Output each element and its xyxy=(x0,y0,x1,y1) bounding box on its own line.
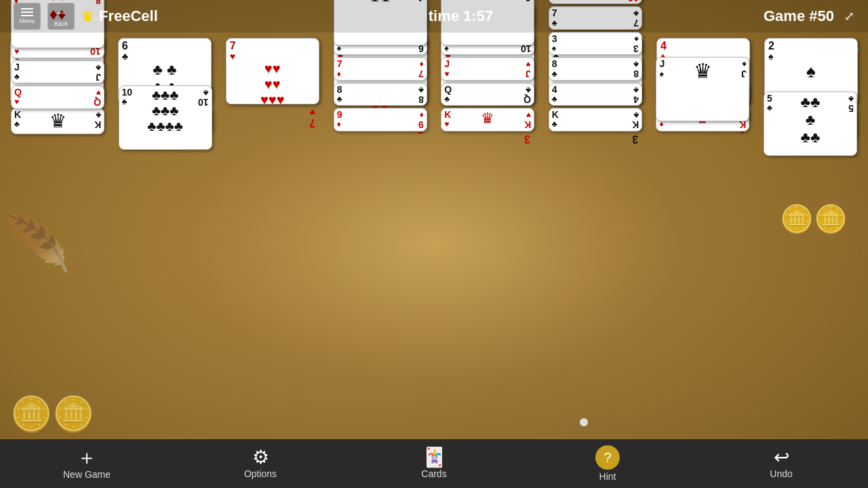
card-5-clubs[interactable]: 5♣ ♣♣♣♣♣ 5♣ xyxy=(764,92,857,156)
columns-area: K♣ ♛ K♣ Q♥ Q♥ J♣ J♣ 10♥ 10♥ 9♠ 9♠ 8♦ xyxy=(0,104,868,456)
card-j-clubs-1[interactable]: J♣ J♣ xyxy=(11,60,104,84)
card-9-diamonds[interactable]: 9♦ 9♦ xyxy=(334,108,427,131)
cards-label: Cards xyxy=(421,468,446,479)
timer-value: 1:57 xyxy=(463,7,493,24)
card-j-hearts[interactable]: J♥ J♥ xyxy=(441,57,534,81)
game-title: ♛ FreeCell xyxy=(81,7,158,25)
top-bar: Menu ← Back ♛ FreeCell time 1:57 Game #5… xyxy=(0,0,868,33)
card-k-hearts[interactable]: K♥ ♛ K♥ xyxy=(441,108,534,131)
undo-label: Undo xyxy=(770,468,792,479)
play-column-4: 9♦ 9♦ 8♣ 8♣ 7♦ 7♦ 6♠ 6♠ 5♦ 5♦ 4♠ ♠♠ xyxy=(333,108,428,456)
toolbar: ＋ New Game ⚙ Options 🃏 Cards ? Hint ↩ Un… xyxy=(0,439,868,488)
new-game-icon: ＋ xyxy=(77,447,97,468)
card-8-clubs-2[interactable]: 8♣ 8♣ xyxy=(549,57,642,81)
card-7-diamonds[interactable]: 7♦ 7♦ xyxy=(334,57,427,81)
hint-button[interactable]: ? Hint xyxy=(574,445,642,482)
top-card-3[interactable]: 7 ♥ ♥♥♥♥♥♥♥ 7 ♥ xyxy=(226,38,319,104)
card-8-clubs[interactable]: 8♣ 8♣ xyxy=(334,83,427,106)
timer-display: time 1:57 xyxy=(429,7,493,25)
top-left-controls: Menu ← Back ♛ FreeCell xyxy=(14,3,158,30)
card-q-clubs[interactable]: Q♣ Q♣ xyxy=(441,83,534,106)
menu-icon xyxy=(21,8,33,16)
hint-icon: ? xyxy=(595,445,620,470)
cards-icon: 🃏 xyxy=(422,448,446,467)
new-game-button[interactable]: ＋ New Game xyxy=(53,447,121,480)
options-icon: ⚙ xyxy=(252,448,269,467)
play-column-8: 6♥ ♥♥♥♥ 6♥ 5♣ ♣♣♣♣♣ 5♣ xyxy=(763,108,858,456)
new-game-label: New Game xyxy=(63,469,111,480)
card-j-spades[interactable]: J♠ ♛ J♠ xyxy=(656,57,749,121)
game-label: Game xyxy=(764,7,805,24)
game-number: Game #50 xyxy=(764,7,834,25)
play-column-7: K♦ ♛ K♦ Q♥ ♛ Q♥ J♠ ♛ J♠ xyxy=(655,108,750,456)
timer-label: time xyxy=(429,7,459,24)
play-column-3[interactable] xyxy=(225,108,320,456)
menu-label: Menu xyxy=(20,18,35,24)
cards-button[interactable]: 🃏 Cards xyxy=(400,448,468,479)
undo-button[interactable]: ↩ Undo xyxy=(747,448,815,479)
game-title-text: FreeCell xyxy=(99,7,158,25)
back-button[interactable]: ← Back xyxy=(47,3,75,30)
card-k-clubs[interactable]: K♣ ♛ K♣ xyxy=(11,108,104,134)
card-q-hearts-1[interactable]: Q♥ Q♥ xyxy=(11,85,104,109)
play-column-2: J♦ ♛ J♦ 10♣ ♣♣♣♣♣♣♣♣♣♣ 10♣ xyxy=(118,108,213,456)
back-icon: ← xyxy=(55,6,67,20)
crown-icon: ♛ xyxy=(81,8,94,24)
play-column-6: K♣ K♣ 4♣ 4♣ 8♣ 8♣ 3♠ 3♠ 7♣ 7♣ 10♦ 10♦ xyxy=(548,108,643,456)
card-3-spades[interactable]: 3♠ 3♠ xyxy=(549,32,642,56)
hint-label: Hint xyxy=(599,471,616,482)
card-10-clubs[interactable]: 10♣ ♣♣♣♣♣♣♣♣♣♣ 10♣ xyxy=(119,85,212,150)
top-right: Game #50 ⤢ xyxy=(764,7,854,25)
back-label: Back xyxy=(54,20,68,27)
game-number-value: #50 xyxy=(809,7,834,24)
game-area: Q ♣ ♛ Q ♣ 6 ♣ ♣ ♣♣ ♣♣ ♣ 6 ♣ 7 xyxy=(0,33,868,456)
options-button[interactable]: ⚙ Options xyxy=(226,448,294,479)
card-k-clubs-2[interactable]: K♣ K♣ xyxy=(549,108,642,131)
menu-button[interactable]: Menu xyxy=(14,3,41,30)
options-label: Options xyxy=(244,468,277,479)
play-column-1: K♣ ♛ K♣ Q♥ Q♥ J♣ J♣ 10♥ 10♥ 9♠ 9♠ 8♦ xyxy=(10,108,105,456)
expand-button[interactable]: ⤢ xyxy=(844,9,854,24)
undo-icon: ↩ xyxy=(774,448,789,467)
card-4-clubs[interactable]: 4♣ 4♣ xyxy=(549,83,642,106)
play-column-5: K♥ ♛ K♥ Q♣ Q♣ J♥ J♥ 10♠ 10♠ 9♥ 9♥ 6♠ xyxy=(440,108,535,456)
